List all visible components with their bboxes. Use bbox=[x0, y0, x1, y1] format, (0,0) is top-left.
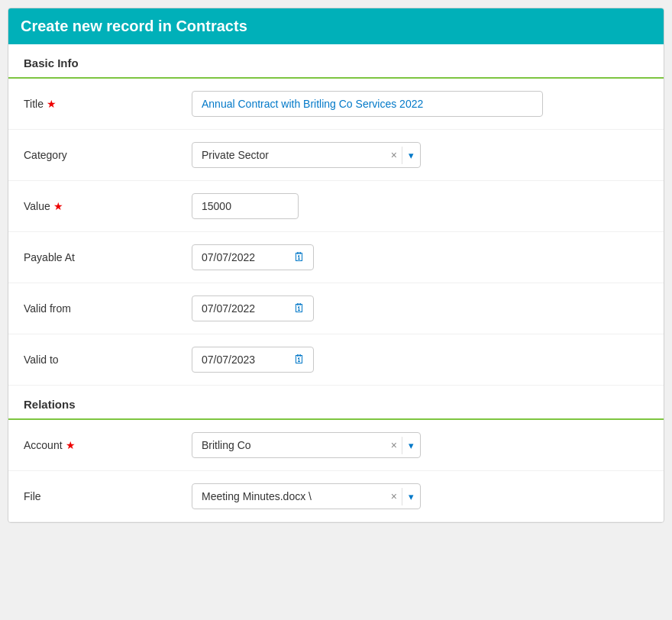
valid-to-input[interactable] bbox=[192, 347, 286, 372]
account-required-star: ★ bbox=[66, 439, 76, 451]
basic-info-heading: Basic Info bbox=[8, 44, 664, 79]
payable-at-label: Payable At bbox=[24, 251, 192, 263]
basic-info-section: Basic Info Title ★ Category Private Sect… bbox=[8, 44, 664, 386]
value-required-star: ★ bbox=[53, 200, 63, 212]
category-field-row: Category Private Sector × ▾ bbox=[8, 130, 664, 181]
valid-to-calendar-icon[interactable]: 🗓 bbox=[286, 350, 313, 370]
valid-to-field-row: Valid to 🗓 bbox=[8, 334, 664, 386]
form-header: Create new record in Contracts bbox=[8, 8, 664, 44]
account-chevron-icon[interactable]: ▾ bbox=[402, 437, 420, 454]
category-select[interactable]: Private Sector × ▾ bbox=[192, 142, 421, 168]
file-field-row: File Meeting Minutes.docx \ × ▾ bbox=[8, 471, 664, 522]
category-input-wrapper: Private Sector × ▾ bbox=[192, 142, 648, 168]
title-input[interactable] bbox=[192, 91, 543, 117]
valid-from-label: Valid from bbox=[24, 302, 192, 315]
file-label: File bbox=[24, 490, 192, 502]
valid-from-date: 🗓 bbox=[192, 295, 314, 321]
account-clear-button[interactable]: × bbox=[386, 437, 402, 454]
relations-heading: Relations bbox=[8, 386, 664, 420]
valid-to-date: 🗓 bbox=[192, 347, 314, 373]
payable-at-calendar-icon[interactable]: 🗓 bbox=[286, 247, 313, 267]
title-input-wrapper bbox=[192, 91, 648, 117]
account-label: Account ★ bbox=[24, 439, 192, 451]
valid-from-input[interactable] bbox=[192, 296, 286, 321]
payable-at-input[interactable] bbox=[192, 245, 286, 270]
account-input-wrapper: Britling Co × ▾ bbox=[192, 432, 648, 458]
relations-section: Relations Account ★ Britling Co × ▾ File bbox=[8, 386, 664, 522]
create-record-form: Create new record in Contracts Basic Inf… bbox=[8, 8, 664, 523]
file-select-value: Meeting Minutes.docx \ bbox=[192, 484, 386, 509]
account-select[interactable]: Britling Co × ▾ bbox=[192, 432, 421, 458]
valid-to-input-wrapper: 🗓 bbox=[192, 347, 648, 373]
valid-from-field-row: Valid from 🗓 bbox=[8, 283, 664, 334]
account-field-row: Account ★ Britling Co × ▾ bbox=[8, 420, 664, 471]
title-field-row: Title ★ bbox=[8, 79, 664, 130]
value-input[interactable] bbox=[192, 193, 299, 219]
category-label: Category bbox=[24, 149, 192, 161]
title-required-star: ★ bbox=[47, 98, 57, 110]
file-clear-button[interactable]: × bbox=[386, 488, 402, 505]
title-label: Title ★ bbox=[24, 98, 192, 110]
valid-from-input-wrapper: 🗓 bbox=[192, 295, 648, 321]
value-label: Value ★ bbox=[24, 200, 192, 212]
value-field-row: Value ★ bbox=[8, 181, 664, 232]
payable-at-field-row: Payable At 🗓 bbox=[8, 232, 664, 283]
form-title: Create new record in Contracts bbox=[21, 18, 651, 35]
payable-at-date: 🗓 bbox=[192, 244, 314, 270]
file-input-wrapper: Meeting Minutes.docx \ × ▾ bbox=[192, 483, 648, 509]
payable-at-input-wrapper: 🗓 bbox=[192, 244, 648, 270]
category-clear-button[interactable]: × bbox=[386, 147, 402, 163]
value-input-wrapper bbox=[192, 193, 648, 219]
valid-from-calendar-icon[interactable]: 🗓 bbox=[286, 299, 313, 318]
account-select-value: Britling Co bbox=[192, 433, 386, 457]
file-select[interactable]: Meeting Minutes.docx \ × ▾ bbox=[192, 483, 421, 509]
category-chevron-icon[interactable]: ▾ bbox=[402, 147, 420, 164]
file-chevron-icon[interactable]: ▾ bbox=[402, 488, 420, 505]
valid-to-label: Valid to bbox=[24, 354, 192, 366]
category-select-value: Private Sector bbox=[192, 143, 386, 167]
